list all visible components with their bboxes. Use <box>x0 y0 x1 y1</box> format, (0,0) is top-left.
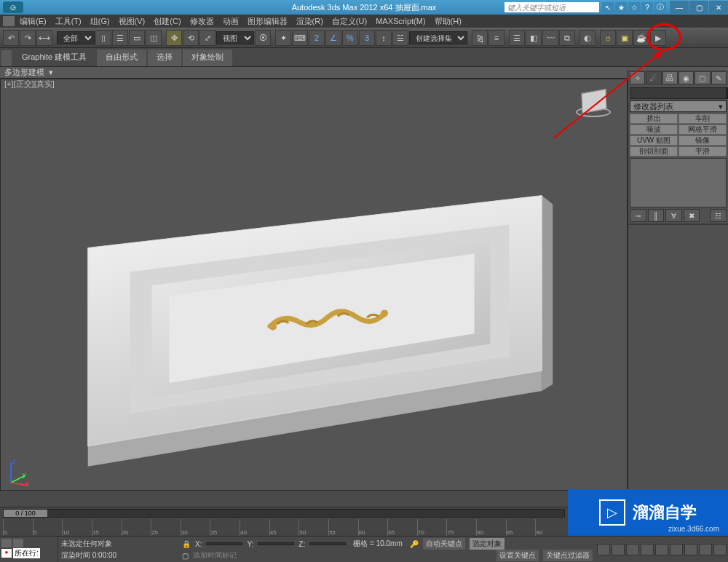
select-button[interactable]: ▯ <box>95 30 111 46</box>
key-icon[interactable]: 🔑 <box>410 540 419 548</box>
mod-btn-meshsmooth[interactable]: 网格平滑 <box>678 124 727 135</box>
mod-btn-smooth[interactable]: 平滑 <box>678 146 727 157</box>
autokey-button[interactable]: 自动关键点 <box>423 538 465 550</box>
menu-maxscript[interactable]: MAXScript(M) <box>371 17 430 25</box>
render-setup-button[interactable]: ☼ <box>600 30 616 46</box>
listener-icon[interactable] <box>13 539 23 547</box>
timeline-slider-handle[interactable]: 0 / 100 <box>4 510 47 517</box>
select-name-button[interactable]: ☰ <box>112 30 128 46</box>
curve-editor-button[interactable]: 〰 <box>542 30 558 46</box>
rendered-frame-button[interactable]: ▣ <box>617 30 633 46</box>
named-selection-combo[interactable]: 创建选择集 <box>409 31 467 44</box>
maxscript-mini-icon[interactable] <box>1 539 12 547</box>
ribbon-tab-modeling[interactable]: Graphite 建模工具 <box>13 50 95 66</box>
setkey-button[interactable]: 设置关键点 <box>496 550 539 561</box>
redo-button[interactable]: ↷ <box>20 30 36 46</box>
nav-maximize-button[interactable] <box>713 544 727 555</box>
goto-end-button[interactable] <box>655 544 668 555</box>
titlebar-icon-0[interactable]: ↖ <box>602 2 614 12</box>
stack-delete-button[interactable]: ✖ <box>684 209 700 222</box>
timeline[interactable]: 0 / 100 0 5 10 15 20 25 30 35 40 45 50 5… <box>0 507 568 536</box>
menu-modifiers[interactable]: 修改器 <box>186 16 218 27</box>
mod-btn-extrude[interactable]: 挤出 <box>630 114 678 124</box>
menu-edit[interactable]: 编辑(E) <box>15 16 51 27</box>
selected-combo[interactable]: 选定对象 <box>470 538 505 550</box>
nav-zoom-button[interactable] <box>684 544 697 555</box>
nav-orbit-button[interactable] <box>699 544 712 555</box>
menu-render[interactable]: 渲染(R) <box>292 16 328 27</box>
menu-group[interactable]: 组(G) <box>86 16 114 27</box>
menu-help[interactable]: 帮助(H) <box>430 16 466 27</box>
cmdtab-motion[interactable]: ◉ <box>678 71 694 84</box>
titlebar-icon-4[interactable]: ⓘ <box>654 2 666 12</box>
macro-rec-icon[interactable]: ● <box>1 549 12 558</box>
snap-percent-button[interactable]: % <box>342 30 358 46</box>
menu-customize[interactable]: 自定义(U) <box>328 16 371 27</box>
stack-configure-button[interactable]: ☷ <box>710 209 727 222</box>
mirror-button[interactable]: ⧎ <box>472 30 488 46</box>
cmdtab-modify[interactable]: ☄ <box>646 71 661 84</box>
edit-selection-set-button[interactable]: ☱ <box>392 30 408 46</box>
keyboard-shortcut-button[interactable]: ⌨ <box>292 30 308 46</box>
add-time-tag[interactable]: 添加时间标记 <box>193 550 237 561</box>
menubar-expand-icon[interactable] <box>3 16 15 26</box>
layer-manager-button[interactable]: ☰ <box>509 30 525 46</box>
select-scale-button[interactable]: ⤢ <box>199 30 215 46</box>
app-logo[interactable]: ◶ <box>3 1 23 13</box>
keyfilter-button[interactable]: 关键点过滤器 <box>543 550 593 561</box>
mod-btn-lathe[interactable]: 车削 <box>678 114 727 124</box>
ribbon-toggle-icon[interactable] <box>1 50 12 66</box>
viewport-label[interactable]: [+][正交][真实] <box>4 79 55 90</box>
mod-btn-noise[interactable]: 噪波 <box>630 124 678 135</box>
titlebar-icon-3[interactable]: ? <box>641 2 653 12</box>
cmdtab-create[interactable]: ✧ <box>630 71 645 84</box>
cmdtab-utilities[interactable]: ✎ <box>711 71 727 84</box>
goto-start-button[interactable] <box>597 544 610 555</box>
render-iterative-button[interactable]: ▶ <box>650 30 666 46</box>
ribbon-tab-objectpaint[interactable]: 对象绘制 <box>183 50 232 66</box>
select-move-button[interactable]: ✥ <box>166 30 182 46</box>
ref-coords-combo[interactable]: 视图 <box>216 31 254 44</box>
schematic-view-button[interactable]: ⧉ <box>559 30 575 46</box>
mod-btn-uvw[interactable]: UVW 贴图 <box>630 135 678 146</box>
coord-z[interactable] <box>309 542 346 545</box>
time-tag-icon[interactable]: ▢ <box>182 552 189 560</box>
window-crossing-button[interactable]: ◫ <box>146 30 162 46</box>
snap-angle-button[interactable]: ∠ <box>325 30 341 46</box>
lock-icon[interactable]: 🔒 <box>182 540 191 548</box>
graphite-toggle-button[interactable]: ◧ <box>526 30 542 46</box>
menu-view[interactable]: 视图(V) <box>114 16 150 27</box>
prev-frame-button[interactable] <box>612 544 625 555</box>
select-region-button[interactable]: ▭ <box>129 30 145 46</box>
link-button[interactable]: ⟷ <box>36 30 52 46</box>
menu-tools[interactable]: 工具(T) <box>51 16 86 27</box>
coord-y[interactable] <box>258 542 294 545</box>
titlebar-icon-2[interactable]: ☆ <box>628 2 640 12</box>
modifier-list-combo[interactable]: 修改器列表▾ <box>630 100 727 112</box>
stack-show-result-button[interactable]: ║ <box>648 209 665 222</box>
spinner-snap-button[interactable]: ↕ <box>376 30 392 46</box>
viewcube[interactable] <box>576 91 612 120</box>
snap-2d-button[interactable]: 2 <box>309 30 325 46</box>
next-frame-button[interactable] <box>641 544 654 555</box>
viewport-perspective[interactable]: zyx <box>0 79 628 491</box>
ribbon-sub[interactable]: 多边形建模 ▾ <box>0 67 728 79</box>
play-button[interactable] <box>626 544 639 555</box>
material-editor-button[interactable]: ◐ <box>579 30 596 46</box>
mod-btn-slice[interactable]: 剖切剖面 <box>630 146 678 157</box>
cmdtab-hierarchy[interactable]: 品 <box>662 71 678 84</box>
selection-scope-combo[interactable]: 全部 <box>57 31 95 44</box>
select-rotate-button[interactable]: ⟲ <box>183 30 199 46</box>
cmdtab-display[interactable]: ▢ <box>695 71 710 84</box>
undo-button[interactable]: ↶ <box>3 30 19 46</box>
coord-x[interactable] <box>206 542 242 545</box>
menu-grapheditors[interactable]: 图形编辑器 <box>243 16 292 27</box>
snap-3d-button[interactable]: 3 <box>359 30 375 46</box>
stack-unique-button[interactable]: ∀ <box>665 209 682 222</box>
nav-pan-button[interactable] <box>670 544 683 555</box>
close-button[interactable]: ✕ <box>709 1 728 14</box>
stack-pin-button[interactable]: ⊸ <box>630 209 646 222</box>
render-button[interactable]: ☕ <box>633 30 649 46</box>
ribbon-tab-selection[interactable]: 选择 <box>148 50 181 66</box>
menu-create[interactable]: 创建(C) <box>149 16 185 27</box>
